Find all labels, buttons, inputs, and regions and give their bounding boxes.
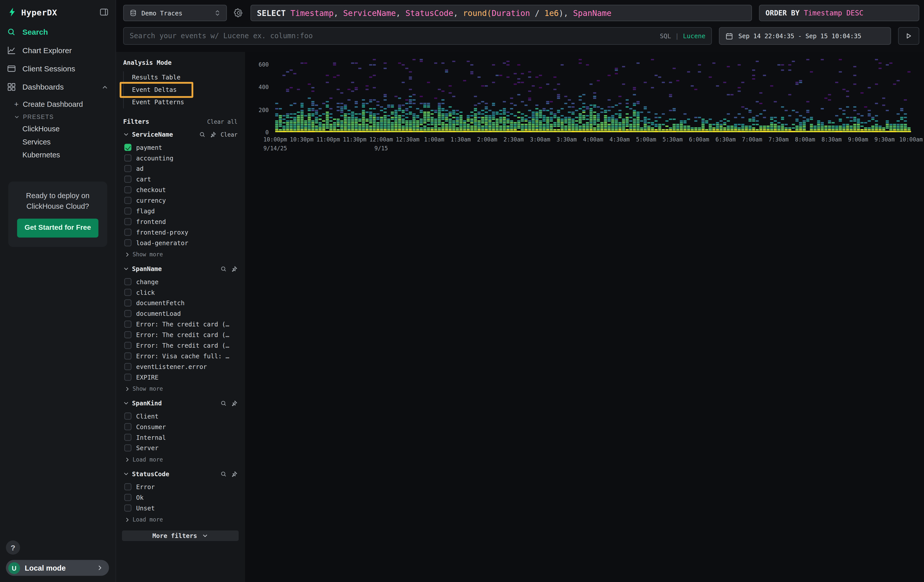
preset-clickhouse[interactable]: ClickHouse: [0, 122, 116, 135]
more-filters-button[interactable]: More filters: [122, 530, 239, 541]
facet-search-icon[interactable]: [220, 471, 227, 477]
facet-checkbox-row[interactable]: Ok: [122, 492, 239, 503]
checkbox[interactable]: [124, 229, 131, 236]
facet-search-icon[interactable]: [220, 265, 227, 272]
checkbox[interactable]: [124, 363, 131, 370]
checkbox[interactable]: [124, 423, 131, 430]
checkbox[interactable]: [124, 331, 131, 338]
facet-show-more[interactable]: Show more: [124, 251, 239, 257]
checkbox[interactable]: [124, 444, 131, 452]
checkbox[interactable]: [124, 434, 131, 441]
checkbox[interactable]: [124, 494, 131, 501]
source-select[interactable]: Demo Traces: [123, 5, 227, 21]
facet-search-icon[interactable]: [200, 131, 206, 138]
checkbox[interactable]: [124, 353, 131, 359]
facet-checkbox-row[interactable]: accounting: [122, 153, 239, 163]
preset-kubernetes[interactable]: Kubernetes: [0, 148, 116, 162]
facet-search-icon[interactable]: [220, 400, 227, 406]
facet-checkbox-row[interactable]: ad: [122, 163, 239, 174]
facet-checkbox-row[interactable]: Client: [122, 411, 239, 421]
checkbox[interactable]: [124, 154, 131, 162]
run-query-button[interactable]: [898, 27, 919, 45]
facet-checkbox-row[interactable]: Error: The credit card (…: [122, 319, 239, 330]
facet-show-more[interactable]: Load more: [124, 456, 239, 463]
facet-checkbox-row[interactable]: EXPIRE: [122, 372, 239, 383]
facet-pin-icon[interactable]: [231, 400, 238, 406]
chevron-down-icon[interactable]: [123, 400, 129, 406]
presets-toggle[interactable]: PRESETS: [0, 111, 116, 123]
facet-pin-icon[interactable]: [231, 265, 238, 272]
facet-pin-icon[interactable]: [231, 471, 238, 477]
sidebar-item-client-sessions[interactable]: Client Sessions: [0, 59, 116, 77]
facet-show-more[interactable]: Show more: [124, 386, 239, 392]
facet-checkbox-row[interactable]: Consumer: [122, 421, 239, 432]
facet-checkbox-row[interactable]: cart: [122, 174, 239, 185]
get-started-button[interactable]: Get Started for Free: [17, 219, 99, 237]
sidebar-item-search[interactable]: Search: [0, 23, 116, 41]
chevron-right-icon[interactable]: [124, 516, 130, 522]
sql-mode-toggle[interactable]: SQL: [660, 32, 671, 40]
settings-gear-icon[interactable]: [234, 8, 243, 18]
analysis-mode-option-event-patterns[interactable]: Event Patterns: [124, 96, 239, 109]
facet-checkbox-row[interactable]: frontend: [122, 216, 239, 227]
chevron-down-icon[interactable]: [123, 131, 129, 137]
facet-checkbox-row[interactable]: Internal: [122, 432, 239, 443]
preset-services[interactable]: Services: [0, 136, 116, 148]
facet-checkbox-row[interactable]: load-generator: [122, 237, 239, 248]
heatmap-canvas[interactable]: [275, 59, 911, 133]
help-button[interactable]: ?: [6, 541, 20, 555]
facet-pin-icon[interactable]: [210, 131, 216, 138]
chevron-down-icon[interactable]: [123, 266, 129, 272]
select-clause-input[interactable]: SELECT Timestamp, ServiceName, StatusCod…: [251, 5, 752, 21]
facet-clear-button[interactable]: Clear: [221, 131, 238, 138]
facet-checkbox-row[interactable]: Error: Visa cache full: …: [122, 351, 239, 361]
order-by-input[interactable]: ORDER BY Timestamp DESC: [759, 5, 919, 21]
checkbox[interactable]: [124, 208, 131, 214]
checkbox[interactable]: [124, 197, 131, 204]
checkbox[interactable]: [124, 299, 131, 307]
checkbox[interactable]: [124, 321, 131, 328]
facet-checkbox-row[interactable]: documentLoad: [122, 308, 239, 319]
analysis-mode-option-results-table[interactable]: Results Table: [124, 71, 239, 84]
facet-checkbox-row[interactable]: frontend-proxy: [122, 227, 239, 237]
facet-checkbox-row[interactable]: Server: [122, 443, 239, 453]
chevron-right-icon[interactable]: [124, 386, 130, 391]
checkbox[interactable]: [124, 144, 131, 151]
checkbox[interactable]: [124, 239, 131, 246]
facet-checkbox-row[interactable]: change: [122, 276, 239, 287]
checkbox[interactable]: [124, 483, 131, 490]
facet-checkbox-row[interactable]: checkout: [122, 185, 239, 195]
checkbox[interactable]: [124, 289, 131, 296]
facet-checkbox-row[interactable]: Error: [122, 481, 239, 492]
facet-checkbox-row[interactable]: Error: The credit card (…: [122, 330, 239, 340]
date-range-picker[interactable]: Sep 14 22:04:35 - Sep 15 10:04:35: [719, 27, 891, 45]
facet-checkbox-row[interactable]: flagd: [122, 206, 239, 216]
checkbox[interactable]: [124, 165, 131, 172]
facet-checkbox-row[interactable]: Unset: [122, 503, 239, 513]
checkbox[interactable]: [124, 342, 131, 349]
chevron-right-icon[interactable]: [124, 251, 130, 257]
facet-checkbox-row[interactable]: click: [122, 287, 239, 298]
sidebar-item-dashboards[interactable]: Dashboards: [0, 77, 116, 96]
search-input[interactable]: [130, 32, 654, 40]
clear-all-button[interactable]: Clear all: [207, 119, 238, 125]
facet-checkbox-row[interactable]: payment: [122, 142, 239, 153]
chevron-down-icon[interactable]: [123, 471, 129, 477]
checkbox[interactable]: [124, 412, 131, 420]
checkbox[interactable]: [124, 218, 131, 225]
analysis-mode-option-event-deltas[interactable]: Event Deltas: [124, 84, 239, 96]
checkbox[interactable]: [124, 310, 131, 317]
user-menu-pill[interactable]: U Local mode: [6, 560, 109, 576]
collapse-sidebar-icon[interactable]: [100, 8, 109, 16]
chevron-right-icon[interactable]: [124, 457, 130, 462]
sidebar-item-chart-explorer[interactable]: Chart Explorer: [0, 41, 116, 59]
checkbox[interactable]: [124, 374, 131, 381]
checkbox[interactable]: [124, 176, 131, 183]
checkbox[interactable]: [124, 186, 131, 193]
facet-checkbox-row[interactable]: Error: The credit card (…: [122, 340, 239, 351]
facet-checkbox-row[interactable]: eventListener.error: [122, 361, 239, 372]
checkbox[interactable]: [124, 278, 131, 285]
lucene-mode-toggle[interactable]: Lucene: [683, 32, 705, 40]
facet-checkbox-row[interactable]: currency: [122, 195, 239, 206]
facet-checkbox-row[interactable]: documentFetch: [122, 298, 239, 308]
